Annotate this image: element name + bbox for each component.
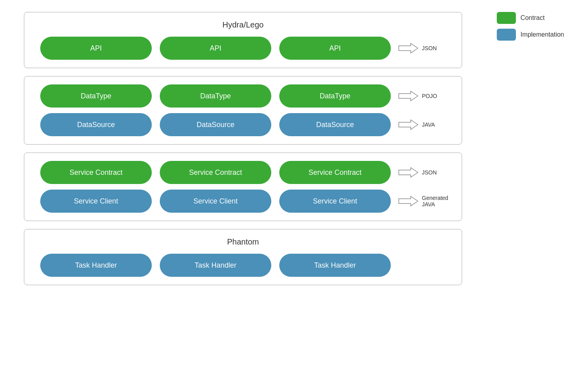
pill-data-layer-1-2: DataSource [279,113,391,136]
section-service-layer: Service ContractService ContractService … [24,153,462,221]
double-arrow-icon [398,196,419,207]
pills-group-data-layer-0: DataTypeDataTypeDataType [40,84,391,108]
pill-data-layer-1-1: DataSource [160,113,271,136]
row-service-layer-1: Service ClientService ClientService Clie… [40,190,446,213]
section-content-data-layer: DataTypeDataTypeDataTypePOJODataSourceDa… [36,84,450,136]
section-content-service-layer: Service ContractService ContractService … [36,161,450,213]
double-arrow-icon [398,119,419,130]
arrow-label-text-service-layer-0: JSON [422,169,437,176]
diagram-container: Hydra/LegoAPIAPIAPIJSONDataTypeDataTypeD… [24,12,462,293]
legend: Contract Implementation [497,12,564,41]
arrow-service-layer-1: GeneratedJAVA [398,195,448,207]
pill-data-layer-0-2: DataType [279,84,391,108]
pill-hydra-lego-0-0: API [40,37,152,60]
arrow-label-text-data-layer-1: JAVA [422,121,435,128]
pill-hydra-lego-0-2: API [279,37,391,60]
double-arrow-icon [398,167,419,178]
section-title-phantom: Phantom [36,237,450,247]
pill-service-layer-1-2: Service Client [279,190,391,213]
arrow-data-layer-0: POJO [398,90,437,102]
legend-contract-label: Contract [521,14,545,22]
pills-group-service-layer-1: Service ClientService ClientService Clie… [40,190,391,213]
pill-phantom-0-1: Task Handler [160,254,271,277]
pills-group-phantom-0: Task HandlerTask HandlerTask Handler [40,254,391,277]
pill-phantom-0-0: Task Handler [40,254,152,277]
pill-data-layer-0-0: DataType [40,84,152,108]
pill-service-layer-0-1: Service Contract [160,161,271,184]
legend-contract: Contract [497,12,564,24]
arrow-label-text-hydra-lego-0: JSON [422,45,437,51]
pill-service-layer-1-1: Service Client [160,190,271,213]
arrow-hydra-lego-0: JSON [398,43,437,54]
section-content-hydra-lego: APIAPIAPIJSON [36,37,450,60]
section-data-layer: DataTypeDataTypeDataTypePOJODataSourceDa… [24,76,462,145]
pill-hydra-lego-0-1: API [160,37,271,60]
double-arrow-icon [398,90,419,102]
legend-implementation-label: Implementation [521,31,564,38]
section-content-phantom: Task HandlerTask HandlerTask Handler [36,254,450,277]
pills-group-service-layer-0: Service ContractService ContractService … [40,161,391,184]
pill-service-layer-1-0: Service Client [40,190,152,213]
pill-service-layer-0-2: Service Contract [279,161,391,184]
row-data-layer-0: DataTypeDataTypeDataTypePOJO [40,84,446,108]
arrow-service-layer-0: JSON [398,167,437,178]
pill-phantom-0-2: Task Handler [279,254,391,277]
legend-implementation: Implementation [497,29,564,41]
arrow-label-text-data-layer-0: POJO [422,93,437,99]
legend-contract-box [497,12,516,24]
arrow-data-layer-1: JAVA [398,119,435,130]
arrow-label-text-service-layer-1: GeneratedJAVA [422,195,448,207]
section-hydra-lego: Hydra/LegoAPIAPIAPIJSON [24,12,462,68]
legend-implementation-box [497,29,516,41]
row-service-layer-0: Service ContractService ContractService … [40,161,446,184]
double-arrow-icon [398,43,419,54]
pills-group-hydra-lego-0: APIAPIAPI [40,37,391,60]
pill-service-layer-0-0: Service Contract [40,161,152,184]
section-phantom: PhantomTask HandlerTask HandlerTask Hand… [24,229,462,285]
row-hydra-lego-0: APIAPIAPIJSON [40,37,446,60]
pills-group-data-layer-1: DataSourceDataSourceDataSource [40,113,391,136]
section-title-hydra-lego: Hydra/Lego [36,20,450,29]
pill-data-layer-0-1: DataType [160,84,271,108]
pill-data-layer-1-0: DataSource [40,113,152,136]
row-data-layer-1: DataSourceDataSourceDataSourceJAVA [40,113,446,136]
row-phantom-0: Task HandlerTask HandlerTask Handler [40,254,446,277]
